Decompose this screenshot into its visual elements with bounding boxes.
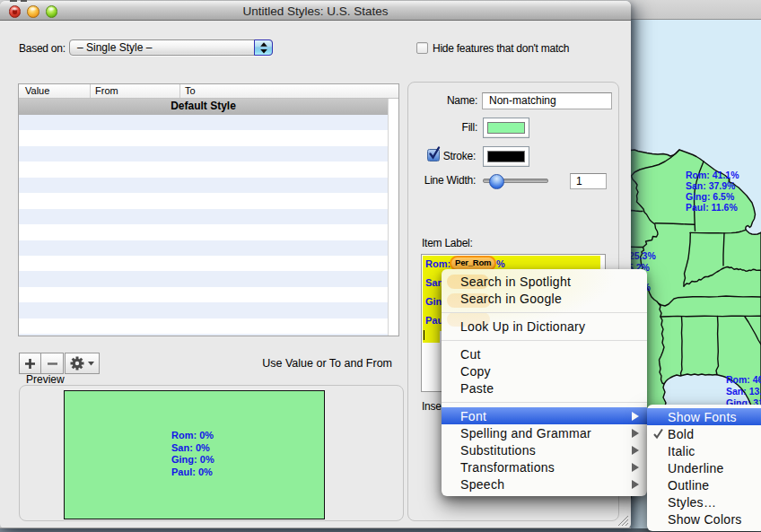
- svg-text:San: 37.9%: San: 37.9%: [686, 180, 736, 191]
- svg-text:San: 13.2%: San: 13.2%: [726, 386, 761, 397]
- svg-text:Ging: 6.5%: Ging: 6.5%: [686, 191, 735, 202]
- svg-text:Rom: 46.4%: Rom: 46.4%: [726, 374, 761, 385]
- svg-text:Paul: 11.6%: Paul: 11.6%: [686, 202, 738, 213]
- svg-text:Rom: 41.1%: Rom: 41.1%: [686, 170, 739, 180]
